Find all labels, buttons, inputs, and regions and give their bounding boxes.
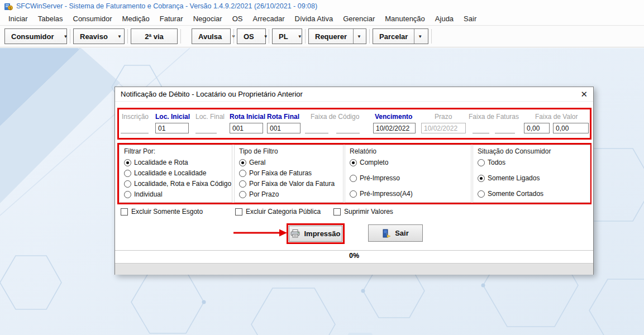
dropdown-arrow-icon[interactable]: ▼	[260, 29, 271, 44]
radio-label: Localidade e Rota	[134, 159, 188, 166]
radio-localidade-rota-faixa-codigo[interactable]: Localidade, Rota e Faixa Código	[124, 180, 227, 188]
radio-icon	[239, 170, 246, 177]
toolbar-consumidor-button[interactable]: Consumidor ▼	[4, 28, 67, 44]
toolbar-parcelar-button[interactable]: Parcelar ▼	[373, 28, 428, 44]
checkbox-excluir-categoria-publica[interactable]: Excluir Categoria Pública	[235, 208, 321, 216]
dropdown-arrow-icon[interactable]: ▼	[294, 29, 306, 44]
radio-icon	[239, 180, 246, 188]
inscricao-input[interactable]	[121, 123, 149, 133]
sair-button[interactable]: Sair	[368, 224, 423, 242]
faixa-faturas-input-2[interactable]	[495, 123, 515, 133]
close-icon[interactable]: ✕	[580, 89, 588, 100]
toolbar-reaviso-button[interactable]: Reaviso ▼	[73, 28, 125, 44]
radio-por-prazo[interactable]: Por Prazo	[239, 190, 338, 198]
toolbar-os-button[interactable]: OS ▼	[237, 28, 266, 44]
menu-os[interactable]: OS	[227, 13, 248, 25]
dialog-titlebar[interactable]: Notificação de Débito - Locatário ou Pro…	[115, 87, 593, 102]
checkbox-label: Suprimir Valores	[344, 208, 393, 216]
group-title: Filtrar Por:	[124, 147, 227, 155]
toolbar-separator	[431, 29, 432, 44]
radio-label: Localidade, Rota e Faixa Código	[134, 180, 231, 188]
menu-faturar[interactable]: Faturar	[155, 13, 188, 25]
dropdown-arrow-icon[interactable]: ▼	[114, 29, 125, 44]
radio-por-faixa-de-faturas[interactable]: Por Faixa de Faturas	[239, 169, 338, 177]
radio-icon	[124, 191, 131, 198]
progress-separator	[115, 250, 593, 251]
app-icon: $	[4, 2, 13, 11]
radio-somente-cortados[interactable]: Somente Cortados	[478, 190, 585, 198]
loc-inicial-input[interactable]: 01	[155, 123, 189, 133]
menu-gerenciar[interactable]: Gerenciar	[338, 13, 380, 25]
dropdown-arrow-icon[interactable]: ▼	[354, 29, 365, 44]
radio-individual[interactable]: Individual	[124, 190, 227, 198]
radio-geral[interactable]: Geral	[239, 159, 338, 166]
radio-icon	[239, 159, 246, 166]
toolbar-pl-button[interactable]: PL ▼	[272, 28, 302, 44]
radio-label: Todos	[488, 159, 505, 166]
radio-label: Somente Cortados	[488, 190, 543, 198]
toolbar-button-label: Requerer	[309, 29, 353, 44]
faixa-codigo-input-2[interactable]	[336, 123, 360, 133]
radio-icon	[478, 190, 485, 198]
menu-bar: Iniciar Tabelas Consumidor Medição Fatur…	[0, 12, 644, 25]
window-titlebar[interactable]: $ SFCWinServer - Sistema de Faturamento …	[0, 0, 644, 12]
radio-icon	[478, 175, 485, 182]
menu-ajuda[interactable]: Ajuda	[430, 13, 459, 25]
checkbox-excluir-somente-esgoto[interactable]: Excluir Somente Esgoto	[121, 208, 203, 216]
impressao-button[interactable]: Impressão	[289, 226, 342, 242]
radio-icon	[478, 159, 485, 166]
loc-inicial-label: Loc. Inicial	[155, 113, 190, 121]
menu-arrecadar[interactable]: Arrecadar	[247, 13, 289, 25]
faixa-valor-label: Faixa de Valor	[535, 113, 578, 121]
loc-final-input[interactable]	[195, 123, 217, 133]
radio-pre-impresso[interactable]: Pré-Impresso	[350, 174, 466, 182]
menu-iniciar[interactable]: Iniciar	[3, 13, 33, 25]
radio-label: Completo	[360, 159, 388, 166]
radio-label: Pré-Impresso(A4)	[360, 190, 413, 198]
radio-somente-ligados[interactable]: Somente Ligados	[478, 174, 585, 182]
menu-negociar[interactable]: Negociar	[188, 13, 227, 25]
toolbar-button-label: Reaviso	[74, 29, 114, 44]
radio-label: Geral	[249, 159, 265, 166]
group-title: Situação do Consumidor	[478, 147, 585, 155]
menu-divida-ativa[interactable]: Dívida Ativa	[290, 13, 338, 25]
menu-sair[interactable]: Sair	[459, 13, 481, 25]
dropdown-arrow-icon[interactable]: ▼	[414, 29, 426, 44]
radio-localidade-e-localidade[interactable]: Localidade e Localidade	[124, 169, 227, 177]
dialog-footer	[115, 263, 593, 275]
radio-completo[interactable]: Completo	[350, 159, 466, 166]
toolbar-button-label: OS	[237, 29, 260, 44]
svg-text:$: $	[9, 6, 12, 10]
rota-final-input[interactable]: 001	[267, 123, 300, 133]
group-title: Relatório	[350, 147, 466, 155]
window-title: SFCWinServer - Sistema de Faturamento e …	[16, 2, 317, 10]
toolbar-button-label: Avulsa	[192, 29, 228, 44]
toolbar-avulsa-button[interactable]: Avulsa ▼	[192, 28, 231, 44]
menu-manutencao[interactable]: Manutenção	[380, 13, 430, 25]
rota-inicial-input[interactable]: 001	[230, 123, 263, 133]
checkbox-label: Excluir Categoria Pública	[246, 208, 321, 216]
loc-final-label: Loc. Final	[195, 113, 225, 121]
toolbar-requerer-button[interactable]: Requerer ▼	[308, 28, 366, 44]
toolbar-separator	[269, 29, 269, 44]
faixa-codigo-input-1[interactable]	[305, 123, 328, 133]
group-situacao-consumidor: Situação do Consumidor Todos Somente Lig…	[473, 145, 590, 203]
menu-medicao[interactable]: Medição	[117, 13, 155, 25]
radio-localidade-e-rota[interactable]: Localidade e Rota	[124, 159, 227, 166]
dialog-title: Notificação de Débito - Locatário ou Pro…	[121, 90, 303, 98]
toolbar-button-label: 2ª via	[139, 29, 170, 44]
checkbox-icon	[333, 208, 341, 216]
radio-icon	[239, 191, 246, 198]
faixa-faturas-input-1[interactable]	[473, 123, 489, 133]
faixa-valor-input-2[interactable]: 0,00	[553, 123, 589, 133]
checkbox-suprimir-valores[interactable]: Suprimir Valores	[333, 208, 393, 216]
radio-todos[interactable]: Todos	[478, 159, 585, 166]
menu-tabelas[interactable]: Tabelas	[33, 13, 68, 25]
radio-por-faixa-valor-fatura[interactable]: Por Faixa de Valor da Fatura	[239, 180, 338, 188]
faixa-valor-input-1[interactable]: 0,00	[524, 123, 550, 133]
radio-pre-impresso-a4[interactable]: Pré-Impresso(A4)	[350, 190, 466, 198]
toolbar-2a-via-button[interactable]: 2ª via	[131, 28, 178, 44]
menu-consumidor[interactable]: Consumidor	[68, 13, 117, 25]
vencimento-input[interactable]: 10/02/2022	[373, 123, 416, 133]
radio-label: Somente Ligados	[488, 174, 540, 182]
